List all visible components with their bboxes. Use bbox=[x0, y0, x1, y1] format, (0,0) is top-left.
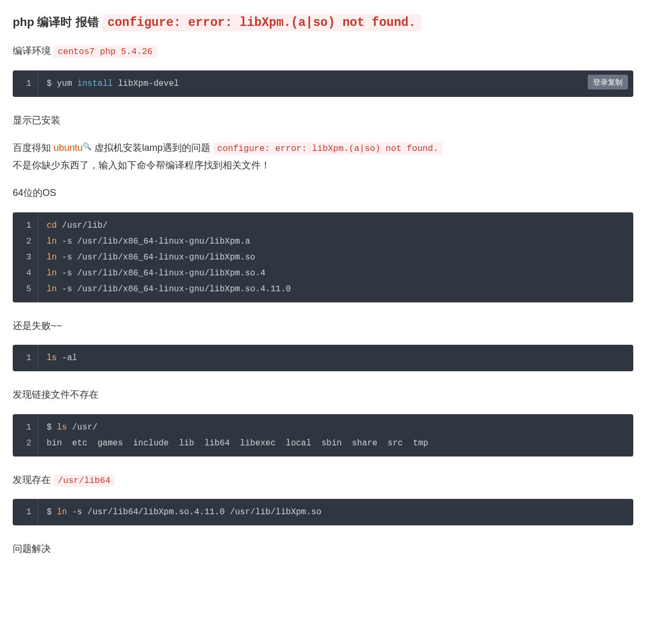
baidu-prefix: 百度得知 bbox=[13, 142, 54, 153]
line-gutter: 1 bbox=[13, 70, 38, 97]
fail-paragraph: 还是失败~~ bbox=[13, 317, 633, 334]
code-block-ls-usr: 1 2 $ ls /usr/ bin etc games include lib… bbox=[13, 414, 633, 457]
cmd: cd bbox=[47, 221, 57, 230]
cmd: ln bbox=[47, 253, 57, 262]
baidu-line2: 不是你缺少东西了，输入如下命令帮编译程序找到相关文件！ bbox=[13, 160, 270, 171]
code-block-ln-final: 1 $ ln -s /usr/lib64/libXpm.so.4.11.0 /u… bbox=[13, 499, 633, 525]
cmd: ln bbox=[47, 284, 57, 294]
line-number: 1 bbox=[19, 218, 31, 234]
code-content[interactable]: $ ls /usr/ bin etc games include lib lib… bbox=[38, 414, 633, 457]
path: -s /usr/lib/x86_64-linux-gnu/libXpm.so.4… bbox=[57, 284, 291, 294]
path: -s /usr/lib/x86_64-linux-gnu/libXpm.a bbox=[57, 237, 250, 246]
path: /usr/lib/ bbox=[57, 221, 108, 230]
cmd: ls bbox=[47, 353, 57, 363]
code-content[interactable]: cd /usr/lib/ ln -s /usr/lib/x86_64-linux… bbox=[38, 212, 633, 302]
line-number: 1 bbox=[19, 76, 31, 92]
prompt: $ bbox=[47, 79, 57, 88]
output: bin etc games include lib lib64 libexec … bbox=[47, 439, 428, 448]
notexist-paragraph: 发现链接文件不存在 bbox=[13, 386, 633, 403]
env-label: 编译环境 bbox=[13, 46, 54, 56]
line-number: 2 bbox=[19, 234, 31, 249]
env-value-code: centos7 php 5.4.26 bbox=[54, 46, 157, 58]
search-icon: 🔍 bbox=[83, 142, 92, 150]
code-block-ln: 1 2 3 4 5 cd /usr/lib/ ln -s /usr/lib/x8… bbox=[13, 212, 633, 302]
ubuntu-link[interactable]: ubuntu🔍 bbox=[54, 142, 92, 153]
path: -s /usr/lib64/libXpm.so.4.11.0 /usr/lib/… bbox=[67, 507, 321, 517]
line-gutter: 1 bbox=[13, 345, 38, 371]
cmd: ln bbox=[47, 237, 57, 246]
line-gutter: 1 bbox=[13, 499, 38, 525]
path: -s /usr/lib/x86_64-linux-gnu/libXpm.so.4 bbox=[57, 269, 266, 278]
solved-paragraph: 问题解决 bbox=[13, 540, 633, 557]
line-gutter: 1 2 bbox=[13, 414, 38, 457]
cmd: ln bbox=[47, 269, 57, 278]
env-paragraph: 编译环境 centos7 php 5.4.26 bbox=[13, 42, 633, 60]
page-title: php 编译时 报错 configure: error: libXpm.(a|s… bbox=[13, 13, 633, 33]
prompt: $ bbox=[47, 423, 57, 432]
cmd-yum: yum bbox=[57, 79, 72, 88]
line-number: 1 bbox=[19, 419, 31, 435]
baidu-paragraph: 百度得知 ubuntu🔍 虚拟机安装lamp遇到的问题 configure: e… bbox=[13, 139, 633, 174]
prompt: $ bbox=[47, 507, 57, 517]
code-block-ls-al: 1 ls -al bbox=[13, 345, 633, 371]
title-prefix: php 编译时 报错 bbox=[13, 15, 102, 29]
ubuntu-link-text: ubuntu bbox=[54, 142, 83, 153]
line-number: 2 bbox=[19, 435, 31, 451]
arg: libXpm-devel bbox=[118, 79, 179, 88]
code-content[interactable]: $ ln -s /usr/lib64/libXpm.so.4.11.0 /usr… bbox=[38, 499, 633, 525]
title-error-code: configure: error: libXpm.(a|so) not foun… bbox=[102, 14, 421, 31]
code-block-yum: 登录复制 1 $ yum install libXpm-devel bbox=[13, 70, 633, 97]
line-gutter: 1 2 3 4 5 bbox=[13, 212, 38, 302]
os64-paragraph: 64位的OS bbox=[13, 184, 633, 201]
line-number: 3 bbox=[19, 249, 31, 265]
baidu-error-code: configure: error: libXpm.(a|so) not foun… bbox=[213, 142, 443, 155]
cmd: ls bbox=[57, 423, 67, 432]
keyword-install: install bbox=[72, 79, 118, 88]
line-number: 1 bbox=[19, 504, 31, 520]
installed-paragraph: 显示已安装 bbox=[13, 112, 633, 129]
baidu-mid: 虚拟机安装lamp遇到的问题 bbox=[92, 142, 213, 153]
cmd: ln bbox=[57, 507, 67, 517]
line-number: 4 bbox=[19, 265, 31, 281]
path: -s /usr/lib/x86_64-linux-gnu/libXpm.so bbox=[57, 253, 255, 262]
found-paragraph: 发现存在 /usr/lib64 bbox=[13, 471, 633, 489]
found-prefix: 发现存在 bbox=[13, 475, 54, 485]
code-content[interactable]: ls -al bbox=[38, 345, 633, 371]
code-content[interactable]: $ yum install libXpm-devel bbox=[38, 70, 633, 97]
copy-button[interactable]: 登录复制 bbox=[588, 75, 628, 90]
line-number: 1 bbox=[19, 350, 31, 366]
found-path-code: /usr/lib64 bbox=[54, 475, 114, 487]
opt: -al bbox=[57, 353, 77, 363]
line-number: 5 bbox=[19, 281, 31, 297]
path: /usr/ bbox=[67, 423, 98, 432]
